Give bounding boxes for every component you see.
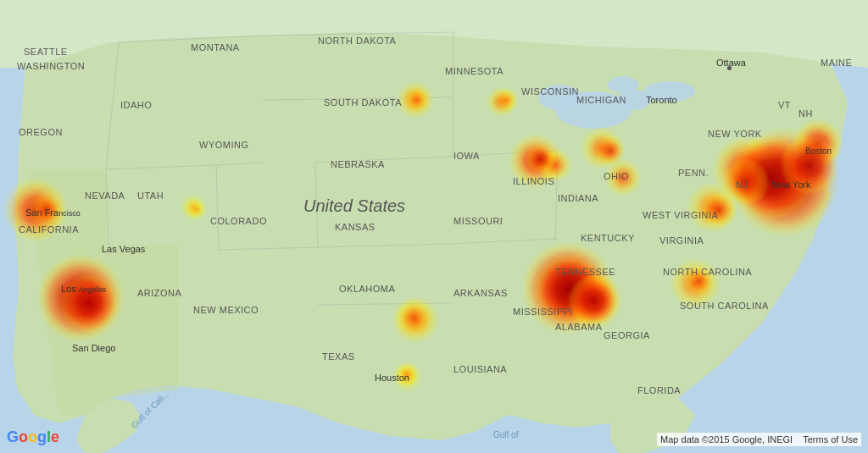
- map-footer: Map data ©2015 Google, INEGI Terms of Us…: [657, 433, 861, 446]
- terms-of-use-link[interactable]: Terms of Use: [803, 434, 858, 445]
- map-container: Seattle WASHINGTON OREGON CALIFORNIA IDA…: [0, 0, 868, 453]
- map-data-text: Map data ©2015 Google, INEGI: [660, 434, 793, 445]
- ottawa-dot: [727, 66, 732, 70]
- heatmap-overlay: [0, 0, 868, 453]
- google-logo: Google: [7, 428, 59, 446]
